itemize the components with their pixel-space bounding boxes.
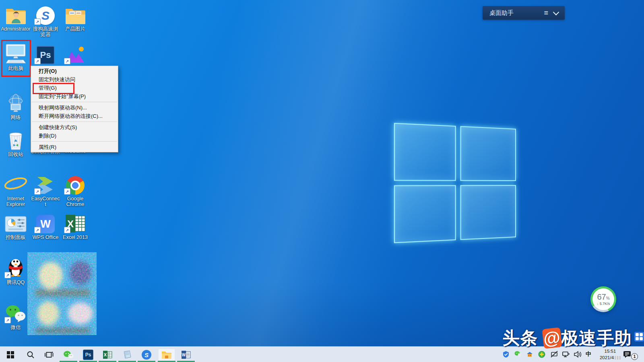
icon-label: WPS Office bbox=[31, 234, 60, 240]
tray-security-shield-icon[interactable] bbox=[502, 351, 510, 360]
windows-start-icon bbox=[7, 351, 14, 358]
shortcut-arrow-icon: ↗ bbox=[34, 58, 41, 64]
photoshop-icon: Ps bbox=[83, 350, 93, 360]
shortcut-arrow-icon: ↗ bbox=[64, 188, 70, 195]
menu-separator bbox=[32, 102, 117, 102]
tray-display-off-icon[interactable] bbox=[550, 351, 558, 360]
file-explorer-icon bbox=[161, 350, 172, 359]
chevron-down-icon[interactable] bbox=[553, 9, 559, 15]
windows-desktop: 桌面助手 ≡ Administrator S ↗ 搜狗高速浏览器 bbox=[0, 0, 644, 362]
tray-clock[interactable]: 15:51 2021/4 bbox=[596, 348, 625, 361]
watermark-site: 头条 bbox=[502, 328, 538, 348]
icon-label: 控制面板 bbox=[1, 234, 31, 240]
taskbar-app-file-explorer[interactable] bbox=[159, 349, 175, 360]
easyconnect-icon: ↗ bbox=[31, 172, 60, 195]
mountain-app-icon: ↗ bbox=[60, 42, 90, 64]
task-view-icon bbox=[45, 351, 54, 358]
desktop-assistant-bar[interactable]: 桌面助手 ≡ bbox=[483, 6, 565, 20]
icon-label: 微信 bbox=[1, 325, 31, 330]
folder-pictures-icon bbox=[60, 2, 90, 25]
shortcut-arrow-icon: ↗ bbox=[34, 227, 41, 233]
icon-label: Internet Explorer bbox=[1, 196, 31, 208]
menu-separator bbox=[32, 121, 117, 122]
excel-icon: X bbox=[103, 350, 112, 359]
icon-label: EasyConnect bbox=[31, 196, 60, 208]
assistant-bar-title: 桌面助手 bbox=[483, 9, 544, 17]
desktop-icon-administrator[interactable]: Administrator bbox=[1, 2, 31, 32]
context-menu: 打开(O) 固定到快速访问 管理(G) 固定到“开始”屏幕(P) 映射网络驱动器… bbox=[31, 66, 118, 152]
taskbar-app-sogou[interactable]: S bbox=[138, 349, 155, 360]
folder-user-icon bbox=[1, 2, 31, 25]
search-icon bbox=[27, 351, 35, 359]
icon-label: 搜狗高速浏览器 bbox=[31, 26, 60, 38]
menu-item-pin-quick-access[interactable]: 固定到快速访问 bbox=[31, 75, 118, 84]
desktop-icon-sogou-browser[interactable]: S ↗ 搜狗高速浏览器 bbox=[31, 2, 60, 38]
menu-item-map-network-drive[interactable]: 映射网络驱动器(N)... bbox=[31, 103, 118, 112]
shortcut-arrow-icon: ↗ bbox=[4, 317, 11, 323]
desktop-icon-network[interactable]: 网络 bbox=[1, 91, 31, 120]
taskbar-app-notepad[interactable] bbox=[119, 349, 135, 360]
desktop-icon-wechat[interactable]: ↗ 微信 bbox=[1, 301, 31, 330]
clock-date: 2021/4 bbox=[596, 355, 625, 361]
task-view-button[interactable] bbox=[41, 349, 57, 360]
taskbar-app-photoshop[interactable]: Ps bbox=[80, 349, 96, 360]
menu-item-properties[interactable]: 属性(R) bbox=[31, 143, 118, 151]
sogou-browser-icon: S bbox=[142, 350, 151, 360]
menu-item-disconnect-network-drive[interactable]: 断开网络驱动器的连接(C)... bbox=[31, 112, 118, 120]
desktop-icon-easyconnect[interactable]: ↗ EasyConnect bbox=[31, 172, 60, 208]
network-icon bbox=[1, 91, 31, 113]
menu-item-open[interactable]: 打开(O) bbox=[31, 67, 118, 75]
svg-text:W: W bbox=[182, 353, 186, 357]
desktop-icon-photoshop[interactable]: Ps ↗ bbox=[31, 42, 60, 64]
windows-logo-pane bbox=[394, 185, 456, 243]
tray-app-icon[interactable] bbox=[526, 351, 533, 359]
desktop-icon-product-images[interactable]: 产品图片 bbox=[60, 2, 90, 32]
icon-label: Administrator bbox=[1, 26, 31, 32]
menu-icon[interactable]: ≡ bbox=[544, 9, 548, 17]
menu-item-create-shortcut[interactable]: 创建快捷方式(S) bbox=[31, 123, 118, 132]
start-button[interactable] bbox=[2, 349, 19, 360]
desktop-icon-internet-explorer[interactable]: e Internet Explorer bbox=[1, 172, 31, 208]
shortcut-arrow-icon: ↗ bbox=[64, 58, 70, 64]
memory-float-ball[interactable]: 67% ↓ 5.7K/s bbox=[590, 286, 616, 312]
qq-penguin-icon: ↗ bbox=[1, 256, 31, 278]
red-highlight-manage bbox=[33, 83, 74, 94]
icon-label: 腾讯QQ bbox=[1, 280, 31, 285]
desktop-icon-excel-2013[interactable]: X ↗ Excel 2013 bbox=[60, 211, 90, 240]
shortcut-arrow-icon: ↗ bbox=[64, 227, 70, 233]
desktop-icon-google-chrome[interactable]: ↗ Google Chrome bbox=[60, 172, 90, 208]
watermark-grid-icon bbox=[634, 332, 644, 341]
icon-label: 回收站 bbox=[1, 152, 31, 157]
windows-logo bbox=[394, 123, 516, 243]
taskbar-app-excel[interactable]: X bbox=[99, 349, 116, 360]
action-center-button[interactable] bbox=[623, 350, 632, 360]
icon-label: 产品图片 bbox=[60, 26, 90, 32]
tray-network-icon[interactable] bbox=[562, 351, 570, 360]
desktop-icon-m-app[interactable]: ↗ bbox=[60, 42, 90, 64]
desktop-icon-recycle-bin[interactable]: 回收站 bbox=[1, 128, 31, 157]
percent-sign: % bbox=[606, 296, 610, 300]
notification-count-badge: 1 bbox=[631, 353, 638, 360]
shortcut-arrow-icon: ↗ bbox=[34, 188, 41, 195]
red-highlight-this-pc bbox=[1, 40, 31, 77]
internet-explorer-icon: e bbox=[1, 172, 31, 195]
search-button[interactable] bbox=[23, 349, 39, 360]
menu-item-delete[interactable]: 删除(D) bbox=[31, 132, 118, 140]
wechat-icon bbox=[63, 350, 74, 359]
windows-logo-pane bbox=[460, 185, 516, 240]
watermark-at-icon: @ bbox=[542, 327, 562, 349]
desktop-icon-tencent-qq[interactable]: ↗ 腾讯QQ bbox=[1, 256, 31, 285]
action-center-icon bbox=[623, 350, 632, 358]
shortcut-arrow-icon: ↗ bbox=[4, 272, 11, 278]
taskbar-app-word[interactable]: W bbox=[178, 349, 194, 360]
desktop-icon-wps-office[interactable]: W ↗ WPS Office bbox=[31, 211, 60, 240]
tray-wechat-icon[interactable] bbox=[514, 351, 522, 359]
tray-antivirus-icon[interactable] bbox=[538, 351, 545, 360]
control-panel-icon bbox=[1, 211, 31, 233]
desktop-icon-control-panel[interactable]: 控制面板 bbox=[1, 211, 31, 240]
tray-ime-indicator[interactable]: 中 bbox=[586, 351, 591, 358]
windows-logo-pane bbox=[460, 126, 516, 181]
watermark-name: 极速手助 bbox=[561, 328, 632, 348]
taskbar-app-wechat[interactable] bbox=[60, 349, 76, 360]
tray-volume-icon[interactable] bbox=[574, 351, 582, 360]
